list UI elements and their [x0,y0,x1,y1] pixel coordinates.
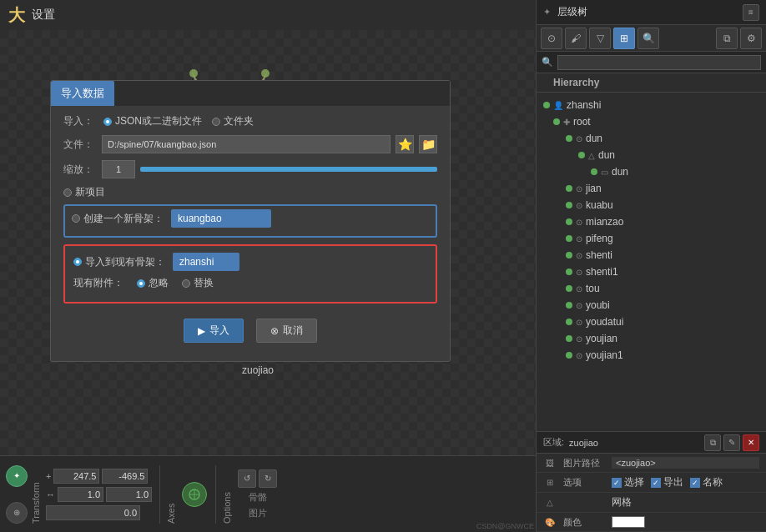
region-edit-btn[interactable]: ✎ [723,434,740,451]
color-label: 颜色 [563,516,605,529]
import-button[interactable]: ▶ 导入 [184,319,244,343]
cursor-btn[interactable]: ⊙ [541,28,562,49]
file-star-btn[interactable]: ⭐ [396,135,414,153]
tree-item-dun3[interactable]: ▭ dun [537,163,766,180]
region-header: 区域: zuojiao ⧉ ✎ ✕ [537,432,766,454]
radio-replace[interactable]: 替换 [182,276,214,290]
region-delete-btn[interactable]: ✕ [743,434,759,451]
tree-item-jian[interactable]: ⊙ jian [537,180,766,197]
name-checkbox-item[interactable]: ✓ 名称 [690,475,723,489]
tree-label-root: root [573,116,591,128]
header-title: 设置 [32,8,55,23]
tree-item-shenti[interactable]: ⊙ shenti [537,247,766,263]
mesh-icon: △ [543,496,557,509]
skeleton-dropdown[interactable]: zhanshi [173,253,239,271]
scale-input[interactable] [102,160,135,178]
tree-item-youjian1[interactable]: ⊙ youjian1 [537,347,766,364]
name-label: 名称 [703,475,723,489]
radio-import-existing[interactable]: 导入到现有骨架： zhanshi [73,253,239,271]
tree-item-mianzao[interactable]: ⊙ mianzao [537,213,766,230]
axes-icon-1[interactable] [182,482,207,507]
color-swatch[interactable] [612,516,645,528]
export-checkbox-item[interactable]: ✓ 导出 [651,475,683,489]
tree-item-root[interactable]: ✚ root [537,113,766,130]
copy-btn[interactable]: ⧉ [716,28,738,49]
tree-dot-pifeng [566,235,572,242]
search-icon-btn[interactable]: 🔍 [637,28,659,49]
scale-x-input[interactable] [58,487,103,502]
radio-folder[interactable]: 文件夹 [212,114,254,128]
cancel-button[interactable]: ⊗ 取消 [256,319,317,343]
tree-label-shenti1: shenti1 [586,266,618,278]
select-checkbox-item[interactable]: ✓ 选择 [612,475,644,489]
tree-dot-tou [566,285,572,292]
tree-dot-youbi [566,302,572,309]
file-input[interactable] [102,135,391,153]
tools-btn-2[interactable]: ⊕ [6,502,28,524]
tree-item-zhanshi[interactable]: 👤 zhanshi [537,97,766,113]
canvas-area: zuojiao 导入数据 导入： JSON或二进制文件 [0,30,536,455]
search-input[interactable] [557,55,761,70]
tree-item-dun2[interactable]: △ dun [537,147,766,163]
hierarchy-label: Hierarchy [545,75,607,90]
import-to-label: 导入到现有骨架： [85,255,165,269]
radio-new-project[interactable]: 新项目 [63,185,105,199]
tree-label-dun1: dun [586,133,602,144]
zuojiao-canvas-label: zuojiao [242,364,274,376]
rotation-input[interactable] [46,505,140,520]
settings-btn[interactable]: ⚙ [740,28,762,49]
image-path-icon: 🖼 [543,456,557,469]
radio-create-skeleton[interactable]: 创建一个新骨架： [72,209,271,228]
mesh-value: 网格 [612,495,632,509]
radio-import-existing-dot [73,258,82,266]
scale-y-input[interactable] [106,487,152,502]
right-header: ✦ 层级树 ≡ [537,0,766,25]
tree-item-tou[interactable]: ⊙ tou [537,280,766,297]
radio-new-project-dot [63,188,72,197]
options-btn-1[interactable]: ↺ [238,469,256,488]
watermark: CSDN@GNWCE [476,522,534,530]
radio-ignore[interactable]: 忽略 [137,276,169,290]
select-btn[interactable]: ⊞ [613,28,635,49]
tree-dot-jian [566,185,572,192]
tree-item-youjian[interactable]: ⊙ youjian [537,330,766,347]
region-copy-btn[interactable]: ⧉ [704,434,721,451]
scale-label: 缩放： [63,163,97,177]
region-icon-btns: ⧉ ✎ ✕ [704,434,759,451]
radio-json-dot [103,118,112,126]
new-project-label: 新项目 [75,185,105,199]
paint-btn[interactable]: 🖌 [565,28,587,49]
tree-label-youjian: youjian [586,333,617,344]
y-input[interactable] [102,469,148,484]
dialog-body: 导入： JSON或二进制文件 文件夹 文件： [51,106,450,361]
search-bar: 🔍 [537,52,766,73]
cancel-icon: ⊗ [270,325,279,337]
tree-item-youdatui[interactable]: ⊙ youdatui [537,314,766,330]
tree-item-kuabu[interactable]: ⊙ kuabu [537,197,766,213]
tree-item-pifeng[interactable]: ⊙ pifeng [537,230,766,247]
radio-replace-dot [182,279,190,288]
image-label: 图片 [249,507,267,519]
dialog-header-bar: 导入数据 [51,81,450,106]
hierarchy-tree[interactable]: 👤 zhanshi ✚ root ⊙ dun △ dun ▭ dun [537,93,766,431]
radio-json[interactable]: JSON或二进制文件 [103,114,202,128]
app-icon: 大 [8,4,25,27]
color-row: 🎨 颜色 [537,513,766,532]
tree-item-youbi[interactable]: ⊙ youbi [537,297,766,314]
color-icon: 🎨 [543,515,557,529]
panel-sort-btn[interactable]: ≡ [743,4,759,21]
options-row: ⊞ 选项 ✓ 选择 ✓ 导出 ✓ 名称 [537,473,766,493]
import-icon: ▶ [198,325,205,337]
tree-item-shenti1[interactable]: ⊙ shenti1 [537,263,766,280]
skeleton-name-input[interactable] [171,209,271,228]
filter-btn[interactable]: ▽ [589,28,611,49]
options-label: Options [220,461,234,528]
tree-item-dun1[interactable]: ⊙ dun [537,130,766,147]
x-input[interactable] [53,469,99,484]
tools-btn-1[interactable]: ✦ [6,465,28,487]
tree-dot-youdatui [566,319,572,325]
tree-dot-shenti [566,252,572,258]
options-btn-2[interactable]: ↻ [259,469,277,488]
file-folder-btn[interactable]: 📁 [419,135,437,153]
tree-label-youdatui: youdatui [586,316,623,328]
